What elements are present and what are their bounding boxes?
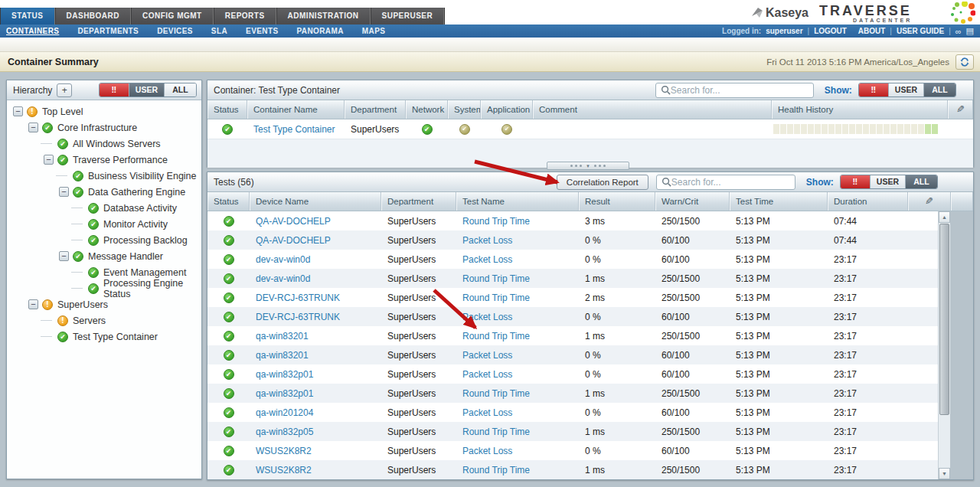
tree-node[interactable]: All Windows Servers	[7, 136, 201, 152]
test-name-link[interactable]: Round Trip Time	[456, 216, 579, 227]
table-row[interactable]: qa-win832p05 SuperUsers Round Trip Time …	[207, 422, 938, 441]
sub-nav-tab[interactable]: MAPS	[362, 27, 386, 35]
table-row[interactable]: DEV-RCJ-63TRUNK SuperUsers Round Trip Ti…	[207, 288, 938, 307]
tree-node[interactable]: Test Type Container	[7, 328, 201, 345]
device-name-link[interactable]: dev-av-win0d	[250, 273, 381, 284]
col-comment[interactable]: Comment	[533, 100, 772, 119]
tree-node[interactable]: Data Gathering Engine	[7, 184, 201, 200]
tree-node[interactable]: Message Handler	[7, 248, 201, 264]
col-system[interactable]: System	[448, 100, 481, 119]
tree-node[interactable]: Monitor Activity	[7, 216, 201, 232]
test-name-link[interactable]: Round Trip Time	[456, 388, 579, 399]
test-name-link[interactable]: Round Trip Time	[456, 465, 579, 476]
test-name-link[interactable]: Round Trip Time	[456, 427, 579, 437]
main-nav-tab[interactable]: STATUS	[0, 8, 55, 25]
filter-all-button[interactable]: ALL	[923, 83, 956, 96]
container-search-input[interactable]	[671, 85, 808, 96]
sub-nav-tab[interactable]: DEVICES	[157, 27, 193, 35]
test-name-link[interactable]: Packet Loss	[456, 446, 579, 456]
tree-node[interactable]: Business Visibility Engine	[7, 168, 201, 184]
device-name-link[interactable]: WSUS2K8R2	[250, 465, 381, 476]
device-name-link[interactable]: DEV-RCJ-63TRUNK	[250, 312, 381, 322]
collapse-icon[interactable]	[59, 251, 69, 261]
tree-node[interactable]: Top Level	[7, 103, 201, 119]
col-device-name[interactable]: Device Name	[250, 192, 381, 211]
add-container-button[interactable]: +	[57, 83, 72, 97]
table-row[interactable]: DEV-RCJ-63TRUNK SuperUsers Packet Loss 0…	[207, 307, 938, 326]
correlation-report-button[interactable]: Correlation Report	[557, 175, 648, 190]
container-name-link[interactable]: Test Type Container	[247, 124, 345, 135]
panel-splitter-handle[interactable]: ▼	[547, 162, 629, 170]
device-name-link[interactable]: qa-win832p05	[250, 427, 381, 437]
test-name-link[interactable]: Round Trip Time	[456, 293, 579, 303]
table-row[interactable]: dev-av-win0d SuperUsers Round Trip Time …	[207, 269, 938, 288]
col-warn-crit[interactable]: Warn/Crit	[655, 192, 730, 211]
device-name-link[interactable]: dev-av-win0d	[250, 254, 381, 265]
col-status[interactable]: Status	[207, 192, 250, 211]
col-container-name[interactable]: Container Name	[247, 100, 345, 119]
sub-nav-tab[interactable]: PANORAMA	[296, 27, 343, 35]
main-nav-tab[interactable]: DASHBOARD	[55, 8, 132, 25]
table-row[interactable]: qa-win201204 SuperUsers Packet Loss 0 % …	[207, 403, 938, 422]
device-name-link[interactable]: QA-AV-DOCHELP	[250, 216, 381, 227]
tree-node[interactable]: Database Activity	[7, 200, 201, 216]
sub-nav-tab[interactable]: SLA	[211, 27, 227, 35]
table-row[interactable]: qa-win83201 SuperUsers Packet Loss 0 % 6…	[207, 345, 938, 364]
main-nav-tab[interactable]: ADMINISTRATION	[276, 8, 371, 25]
collapse-icon[interactable]	[13, 106, 23, 116]
logout-link[interactable]: LOGOUT	[814, 27, 847, 35]
table-row[interactable]: WSUS2K8R2 SuperUsers Packet Loss 0 % 60/…	[207, 441, 938, 460]
edit-icon[interactable]: ✎	[925, 192, 933, 211]
main-nav-tab[interactable]: REPORTS	[214, 8, 276, 25]
scroll-up-button[interactable]: ▲	[939, 211, 950, 223]
scroll-down-button[interactable]: ▼	[939, 468, 950, 479]
splitter-collapse-icon[interactable]: ▼	[586, 164, 590, 168]
table-row[interactable]: qa-win832p01 SuperUsers Round Trip Time …	[207, 384, 938, 403]
col-department[interactable]: Department	[381, 192, 456, 211]
sub-nav-tab[interactable]: EVENTS	[246, 27, 278, 35]
filter-critical-button[interactable]: ‼	[859, 83, 888, 96]
test-name-link[interactable]: Round Trip Time	[456, 273, 579, 284]
tests-search-input[interactable]	[671, 177, 790, 188]
filter-critical-button[interactable]: ‼	[100, 83, 129, 96]
tree-node[interactable]: Traverse Performance	[7, 152, 201, 168]
test-name-link[interactable]: Packet Loss	[456, 407, 579, 418]
table-row[interactable]: qa-win83201 SuperUsers Round Trip Time 1…	[207, 326, 938, 345]
filter-user-button[interactable]: USER	[129, 83, 164, 96]
col-test-time[interactable]: Test Time	[730, 192, 828, 211]
tree-node[interactable]: Processing Backlog	[7, 232, 201, 248]
device-name-link[interactable]: qa-win83201	[250, 350, 381, 361]
table-row[interactable]: qa-win832p01 SuperUsers Packet Loss 0 % …	[207, 364, 938, 384]
collapse-icon[interactable]	[44, 155, 54, 165]
filter-critical-button[interactable]: ‼	[841, 175, 870, 188]
collapse-icon[interactable]	[28, 299, 38, 309]
table-row[interactable]: dev-av-win0d SuperUsers Packet Loss 0 % …	[207, 250, 938, 269]
main-nav-tab[interactable]: CONFIG MGMT	[131, 8, 214, 25]
vertical-scrollbar[interactable]: ▲ ▼	[938, 211, 950, 479]
link-icon[interactable]: ∞	[956, 27, 962, 36]
col-result[interactable]: Result	[579, 192, 655, 211]
about-link[interactable]: ABOUT	[858, 27, 886, 35]
test-name-link[interactable]: Packet Loss	[456, 235, 579, 246]
tree-node[interactable]: Processing Engine Status	[7, 280, 201, 296]
scrollbar-thumb[interactable]	[939, 224, 949, 415]
col-application[interactable]: Application	[481, 100, 533, 119]
table-row[interactable]: WSUS2K8R2 SuperUsers Round Trip Time 1 m…	[207, 460, 938, 479]
table-row[interactable]: QA-AV-DOCHELP SuperUsers Round Trip Time…	[207, 211, 938, 230]
test-name-link[interactable]: Packet Loss	[456, 254, 579, 265]
user-guide-link[interactable]: USER GUIDE	[897, 27, 944, 35]
col-duration[interactable]: Duration	[828, 192, 908, 211]
filter-all-button[interactable]: ALL	[164, 83, 196, 96]
notes-icon[interactable]: ▤	[966, 26, 974, 36]
device-name-link[interactable]: WSUS2K8R2	[250, 446, 381, 456]
tree-node[interactable]: Core Infrastructure	[7, 119, 201, 136]
device-name-link[interactable]: QA-AV-DOCHELP	[250, 235, 381, 246]
collapse-icon[interactable]	[28, 123, 38, 132]
test-name-link[interactable]: Packet Loss	[456, 312, 579, 322]
test-name-link[interactable]: Packet Loss	[456, 369, 579, 380]
table-row[interactable]: QA-AV-DOCHELP SuperUsers Packet Loss 0 %…	[207, 230, 938, 250]
device-name-link[interactable]: qa-win83201	[250, 331, 381, 342]
test-name-link[interactable]: Packet Loss	[456, 350, 579, 361]
device-name-link[interactable]: qa-win832p01	[250, 369, 381, 380]
edit-icon[interactable]: ✎	[956, 100, 965, 119]
